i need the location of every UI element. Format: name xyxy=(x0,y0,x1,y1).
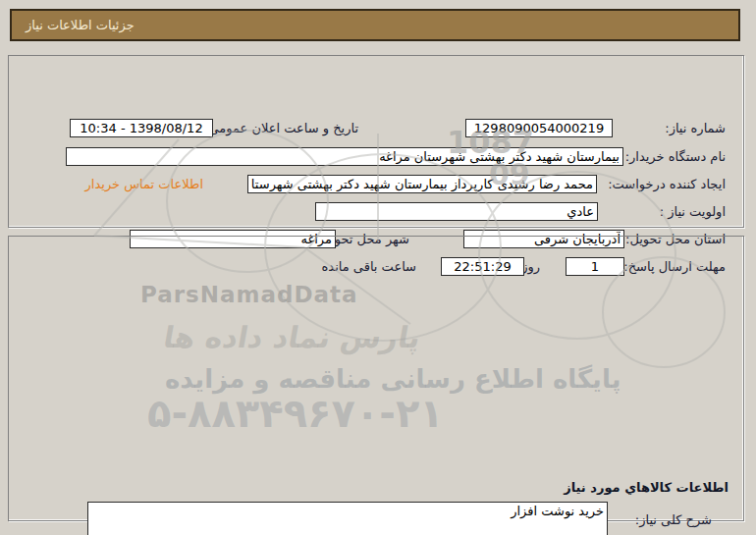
buyer-contact-link[interactable]: اطلاعات تماس خریدار xyxy=(85,177,203,191)
goods-info-panel: اطلاعات کالاهاي مورد نیاز شرح کلی نیاز: … xyxy=(8,236,744,521)
need-desc-label: شرح کلی نیاز: xyxy=(635,512,712,527)
priority-field[interactable] xyxy=(315,202,598,221)
buyer-org-field[interactable] xyxy=(66,147,623,166)
goods-section-title: اطلاعات کالاهاي مورد نیاز xyxy=(564,480,729,495)
requester-label: ایجاد کننده درخواست: xyxy=(608,177,726,191)
announce-datetime-label: تاریخ و ساعت اعلان عمومی: xyxy=(204,121,358,135)
announce-datetime-field[interactable] xyxy=(70,119,213,137)
priority-label: اولویت نیاز : xyxy=(660,204,726,219)
need-info-panel: شماره نیاز: تاریخ و ساعت اعلان عمومی: نا… xyxy=(8,55,744,228)
need-desc-textarea[interactable]: خرید نوشت افزار xyxy=(87,502,608,535)
page-title-bar: جزئیات اطلاعات نیاز xyxy=(10,9,740,41)
requester-field[interactable] xyxy=(247,175,597,193)
buyer-org-label: نام دستگاه خریدار: xyxy=(625,149,726,164)
page-title: جزئیات اطلاعات نیاز xyxy=(26,18,135,32)
need-number-field[interactable] xyxy=(465,119,613,137)
need-number-label: شماره نیاز: xyxy=(665,121,726,135)
